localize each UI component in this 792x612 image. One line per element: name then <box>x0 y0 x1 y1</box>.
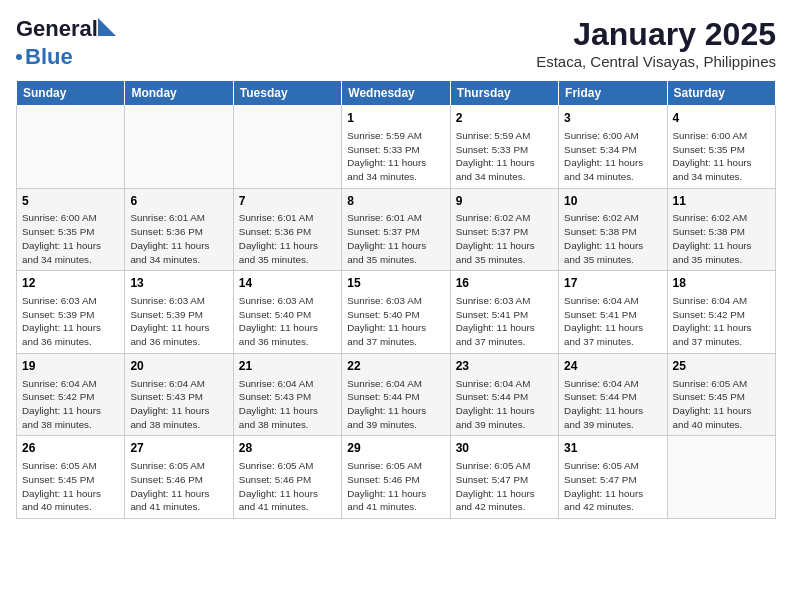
day-info: Sunrise: 6:04 AMSunset: 5:43 PMDaylight:… <box>239 377 336 432</box>
calendar-cell <box>233 106 341 189</box>
day-number: 16 <box>456 275 553 292</box>
calendar-cell: 11Sunrise: 6:02 AMSunset: 5:38 PMDayligh… <box>667 188 775 271</box>
day-info: Sunrise: 6:05 AMSunset: 5:47 PMDaylight:… <box>456 459 553 514</box>
day-number: 29 <box>347 440 444 457</box>
day-number: 26 <box>22 440 119 457</box>
calendar-cell: 25Sunrise: 6:05 AMSunset: 5:45 PMDayligh… <box>667 353 775 436</box>
calendar-cell: 1Sunrise: 5:59 AMSunset: 5:33 PMDaylight… <box>342 106 450 189</box>
calendar-cell: 15Sunrise: 6:03 AMSunset: 5:40 PMDayligh… <box>342 271 450 354</box>
calendar-cell: 26Sunrise: 6:05 AMSunset: 5:45 PMDayligh… <box>17 436 125 519</box>
calendar-cell: 6Sunrise: 6:01 AMSunset: 5:36 PMDaylight… <box>125 188 233 271</box>
calendar-table: SundayMondayTuesdayWednesdayThursdayFrid… <box>16 80 776 519</box>
day-info: Sunrise: 5:59 AMSunset: 5:33 PMDaylight:… <box>456 129 553 184</box>
day-number: 25 <box>673 358 770 375</box>
day-number: 8 <box>347 193 444 210</box>
day-number: 5 <box>22 193 119 210</box>
day-info: Sunrise: 6:00 AMSunset: 5:35 PMDaylight:… <box>22 211 119 266</box>
day-info: Sunrise: 6:03 AMSunset: 5:40 PMDaylight:… <box>347 294 444 349</box>
day-header-sunday: Sunday <box>17 81 125 106</box>
day-info: Sunrise: 6:01 AMSunset: 5:37 PMDaylight:… <box>347 211 444 266</box>
day-number: 15 <box>347 275 444 292</box>
day-info: Sunrise: 6:03 AMSunset: 5:41 PMDaylight:… <box>456 294 553 349</box>
week-row-2: 5Sunrise: 6:00 AMSunset: 5:35 PMDaylight… <box>17 188 776 271</box>
day-info: Sunrise: 6:05 AMSunset: 5:46 PMDaylight:… <box>130 459 227 514</box>
logo-blue: Blue <box>25 44 73 70</box>
calendar-cell: 29Sunrise: 6:05 AMSunset: 5:46 PMDayligh… <box>342 436 450 519</box>
day-number: 4 <box>673 110 770 127</box>
day-number: 19 <box>22 358 119 375</box>
day-info: Sunrise: 6:04 AMSunset: 5:42 PMDaylight:… <box>22 377 119 432</box>
day-info: Sunrise: 6:02 AMSunset: 5:38 PMDaylight:… <box>564 211 661 266</box>
day-info: Sunrise: 6:02 AMSunset: 5:38 PMDaylight:… <box>673 211 770 266</box>
logo-general: General <box>16 16 98 41</box>
day-header-tuesday: Tuesday <box>233 81 341 106</box>
calendar-cell <box>125 106 233 189</box>
calendar-cell: 31Sunrise: 6:05 AMSunset: 5:47 PMDayligh… <box>559 436 667 519</box>
calendar-cell: 16Sunrise: 6:03 AMSunset: 5:41 PMDayligh… <box>450 271 558 354</box>
calendar-cell: 12Sunrise: 6:03 AMSunset: 5:39 PMDayligh… <box>17 271 125 354</box>
day-info: Sunrise: 6:04 AMSunset: 5:44 PMDaylight:… <box>347 377 444 432</box>
calendar-cell: 13Sunrise: 6:03 AMSunset: 5:39 PMDayligh… <box>125 271 233 354</box>
day-header-friday: Friday <box>559 81 667 106</box>
day-number: 31 <box>564 440 661 457</box>
day-number: 11 <box>673 193 770 210</box>
day-info: Sunrise: 6:04 AMSunset: 5:42 PMDaylight:… <box>673 294 770 349</box>
day-info: Sunrise: 6:03 AMSunset: 5:39 PMDaylight:… <box>22 294 119 349</box>
day-info: Sunrise: 6:04 AMSunset: 5:44 PMDaylight:… <box>456 377 553 432</box>
calendar-cell: 30Sunrise: 6:05 AMSunset: 5:47 PMDayligh… <box>450 436 558 519</box>
day-info: Sunrise: 6:03 AMSunset: 5:39 PMDaylight:… <box>130 294 227 349</box>
calendar-cell: 14Sunrise: 6:03 AMSunset: 5:40 PMDayligh… <box>233 271 341 354</box>
day-number: 10 <box>564 193 661 210</box>
calendar-cell <box>667 436 775 519</box>
day-number: 28 <box>239 440 336 457</box>
day-number: 20 <box>130 358 227 375</box>
day-info: Sunrise: 6:05 AMSunset: 5:45 PMDaylight:… <box>673 377 770 432</box>
day-number: 24 <box>564 358 661 375</box>
day-info: Sunrise: 6:01 AMSunset: 5:36 PMDaylight:… <box>130 211 227 266</box>
calendar-cell: 24Sunrise: 6:04 AMSunset: 5:44 PMDayligh… <box>559 353 667 436</box>
day-number: 13 <box>130 275 227 292</box>
day-header-saturday: Saturday <box>667 81 775 106</box>
week-row-1: 1Sunrise: 5:59 AMSunset: 5:33 PMDaylight… <box>17 106 776 189</box>
day-number: 27 <box>130 440 227 457</box>
calendar-cell <box>17 106 125 189</box>
calendar-cell: 9Sunrise: 6:02 AMSunset: 5:37 PMDaylight… <box>450 188 558 271</box>
day-header-thursday: Thursday <box>450 81 558 106</box>
day-number: 6 <box>130 193 227 210</box>
calendar-cell: 22Sunrise: 6:04 AMSunset: 5:44 PMDayligh… <box>342 353 450 436</box>
calendar-cell: 18Sunrise: 6:04 AMSunset: 5:42 PMDayligh… <box>667 271 775 354</box>
calendar-cell: 21Sunrise: 6:04 AMSunset: 5:43 PMDayligh… <box>233 353 341 436</box>
day-info: Sunrise: 6:02 AMSunset: 5:37 PMDaylight:… <box>456 211 553 266</box>
day-info: Sunrise: 6:05 AMSunset: 5:45 PMDaylight:… <box>22 459 119 514</box>
day-header-wednesday: Wednesday <box>342 81 450 106</box>
calendar-cell: 19Sunrise: 6:04 AMSunset: 5:42 PMDayligh… <box>17 353 125 436</box>
day-info: Sunrise: 6:00 AMSunset: 5:34 PMDaylight:… <box>564 129 661 184</box>
calendar-cell: 3Sunrise: 6:00 AMSunset: 5:34 PMDaylight… <box>559 106 667 189</box>
day-header-monday: Monday <box>125 81 233 106</box>
week-row-4: 19Sunrise: 6:04 AMSunset: 5:42 PMDayligh… <box>17 353 776 436</box>
calendar-cell: 5Sunrise: 6:00 AMSunset: 5:35 PMDaylight… <box>17 188 125 271</box>
header-row: SundayMondayTuesdayWednesdayThursdayFrid… <box>17 81 776 106</box>
day-number: 7 <box>239 193 336 210</box>
day-info: Sunrise: 6:05 AMSunset: 5:46 PMDaylight:… <box>347 459 444 514</box>
day-number: 2 <box>456 110 553 127</box>
day-number: 12 <box>22 275 119 292</box>
week-row-3: 12Sunrise: 6:03 AMSunset: 5:39 PMDayligh… <box>17 271 776 354</box>
day-info: Sunrise: 6:04 AMSunset: 5:44 PMDaylight:… <box>564 377 661 432</box>
day-number: 17 <box>564 275 661 292</box>
day-number: 1 <box>347 110 444 127</box>
day-number: 14 <box>239 275 336 292</box>
day-number: 30 <box>456 440 553 457</box>
day-number: 18 <box>673 275 770 292</box>
day-info: Sunrise: 6:00 AMSunset: 5:35 PMDaylight:… <box>673 129 770 184</box>
day-info: Sunrise: 6:05 AMSunset: 5:46 PMDaylight:… <box>239 459 336 514</box>
calendar-cell: 17Sunrise: 6:04 AMSunset: 5:41 PMDayligh… <box>559 271 667 354</box>
calendar-cell: 8Sunrise: 6:01 AMSunset: 5:37 PMDaylight… <box>342 188 450 271</box>
day-number: 23 <box>456 358 553 375</box>
calendar-cell: 27Sunrise: 6:05 AMSunset: 5:46 PMDayligh… <box>125 436 233 519</box>
calendar-subtitle: Estaca, Central Visayas, Philippines <box>536 53 776 70</box>
calendar-cell: 2Sunrise: 5:59 AMSunset: 5:33 PMDaylight… <box>450 106 558 189</box>
calendar-cell: 7Sunrise: 6:01 AMSunset: 5:36 PMDaylight… <box>233 188 341 271</box>
day-info: Sunrise: 5:59 AMSunset: 5:33 PMDaylight:… <box>347 129 444 184</box>
day-number: 21 <box>239 358 336 375</box>
